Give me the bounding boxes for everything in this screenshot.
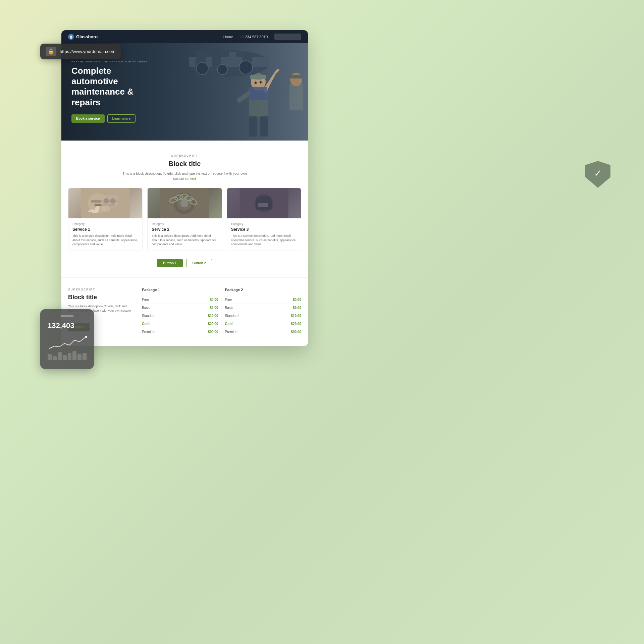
learn-more-button[interactable]: Learn more (107, 114, 136, 123)
package1-title: Package 1 (142, 288, 218, 292)
site-logo: Glassboro (68, 34, 98, 40)
package2-free-value: $0.00 (293, 298, 301, 302)
package1-gold-label: Gold (142, 322, 150, 326)
services-description: This is a block description. To edit, cl… (121, 171, 249, 181)
package1-gold-value: $29.00 (208, 322, 218, 326)
package1-free-value: $0.00 (210, 298, 218, 302)
package1-basic-value: $9.00 (210, 306, 218, 310)
services-grid: Category Service 1 This is a service des… (68, 188, 301, 251)
stats-number: 132,403 (48, 321, 87, 330)
nav-search-input[interactable] (274, 34, 301, 40)
svg-point-30 (104, 198, 109, 204)
nav-phone: +1 234 567 8910 (240, 35, 268, 39)
pricing-package1: Package 1 Free $0.00 Basic $9.00 Standar… (142, 288, 218, 336)
package1-row-basic: Basic $9.00 (142, 304, 218, 312)
stats-bar-3 (58, 352, 62, 360)
package2-premium-value: $99.00 (291, 330, 301, 334)
svg-point-31 (110, 198, 116, 204)
hero-title: Complete automotive maintenance & repair… (71, 66, 155, 108)
pricing-layout: SUPERSCRIPT Block title This is a block … (68, 288, 301, 336)
nav-links: Home +1 234 567 8910 (223, 34, 301, 40)
service-1-desc: This is a service description. Add more … (72, 234, 138, 247)
hero-superscript: REPAIR, MAINTAIN AND SERVICE FOR 44 YEAR… (71, 60, 155, 63)
package2-basic-value: $9.00 (293, 306, 301, 310)
services-button1[interactable]: Button 1 (157, 259, 183, 267)
service-2-category: Category (152, 222, 217, 226)
service-1-category: Category (72, 222, 138, 226)
package2-free-label: Free (225, 298, 232, 302)
services-title: Block title (68, 160, 301, 168)
service-image-3 (227, 188, 301, 218)
package2-row-free: Free $0.00 (225, 296, 302, 304)
stats-bar-7 (77, 354, 82, 360)
service-2-name: Service 2 (152, 227, 217, 232)
package2-gold-label: Gold (225, 322, 233, 326)
stats-bar-5 (68, 353, 72, 360)
service-2-desc: This is a service description. Add more … (152, 234, 217, 247)
services-button2[interactable]: Button 2 (186, 259, 213, 267)
package1-standard-value: $19.00 (208, 314, 218, 318)
service-3-name: Service 3 (231, 227, 297, 232)
stats-bars (48, 350, 87, 360)
package2-basic-label: Basic (225, 306, 233, 310)
pricing-section: SUPERSCRIPT Block title This is a block … (61, 277, 308, 346)
package2-row-premium: Premium $99.00 (225, 328, 302, 336)
browser-window: Glassboro Home +1 234 567 8910 (61, 30, 308, 346)
service-3-category: Category (231, 222, 297, 226)
service-card-2-body: Category Service 2 This is a service des… (148, 218, 221, 251)
package1-row-standard: Standard $19.00 (142, 312, 218, 320)
package2-row-gold: Gold $29.00 (225, 320, 302, 328)
package2-row-basic: Basic $9.00 (225, 304, 302, 312)
site-navbar: Glassboro Home +1 234 567 8910 (61, 30, 308, 43)
logo-icon (68, 34, 74, 40)
service-image-1 (68, 188, 142, 218)
pricing-superscript: SUPERSCRIPT (68, 288, 132, 291)
lock-icon: 🔒 (46, 47, 56, 56)
package2-premium-label: Premium (225, 330, 238, 334)
service-3-desc: This is a service description. Add more … (231, 234, 297, 247)
description-link[interactable]: content (185, 177, 196, 180)
svg-rect-50 (258, 203, 268, 207)
book-service-button[interactable]: Book a service (71, 114, 105, 123)
package1-row-premium: Premium $99.00 (142, 328, 218, 336)
service-card-3: Category Service 3 This is a service des… (227, 188, 301, 251)
url-bar-container: 🔒 https://www.yourdomain.com (40, 44, 121, 59)
hero-content: REPAIR, MAINTAIN AND SERVICE FOR 44 YEAR… (71, 60, 155, 123)
stats-bar-1 (48, 354, 52, 360)
package2-standard-value: $19.00 (291, 314, 301, 318)
shield-check-icon: ✓ (594, 168, 602, 179)
pricing-title: Block title (68, 294, 132, 301)
service-card-1: Category Service 1 This is a service des… (68, 188, 143, 251)
package1-premium-value: $99.00 (208, 330, 218, 334)
stats-bar-8 (83, 353, 87, 361)
package1-basic-label: Basic (142, 306, 150, 310)
stats-bar-4 (63, 355, 67, 360)
stats-card: 132,403 (40, 309, 94, 369)
logo-text: Glassboro (76, 34, 98, 39)
package2-standard-label: Standard (225, 314, 239, 318)
service-card-2: Category Service 2 This is a service des… (147, 188, 222, 251)
shield-shape: ✓ (585, 161, 610, 188)
package2-row-standard: Standard $19.00 (225, 312, 302, 320)
pricing-package2: Package 2 Free $0.00 Basic $9.00 Standar… (225, 288, 302, 336)
package1-free-label: Free (142, 298, 149, 302)
stats-chart (48, 333, 87, 350)
package1-standard-label: Standard (142, 314, 156, 318)
service-1-name: Service 1 (72, 227, 138, 232)
svg-point-0 (70, 36, 72, 38)
nav-home[interactable]: Home (223, 35, 233, 39)
services-superscript: SUPERSCRIPT (68, 154, 301, 157)
shield-badge: ✓ (585, 161, 610, 188)
svg-point-51 (85, 336, 87, 338)
package2-title: Package 2 (225, 288, 302, 292)
package1-premium-label: Premium (142, 330, 155, 334)
services-buttons: Button 1 Button 2 (68, 259, 301, 267)
service-card-3-body: Category Service 3 This is a service des… (227, 218, 301, 251)
package1-row-free: Free $0.00 (142, 296, 218, 304)
service-image-2 (148, 188, 221, 218)
package1-row-gold: Gold $29.00 (142, 320, 218, 328)
services-section: SUPERSCRIPT Block title This is a block … (61, 141, 308, 277)
stats-bar-2 (53, 356, 57, 360)
url-text: https://www.yourdomain.com (60, 49, 115, 54)
hero-buttons: Book a service Learn more (71, 114, 155, 123)
